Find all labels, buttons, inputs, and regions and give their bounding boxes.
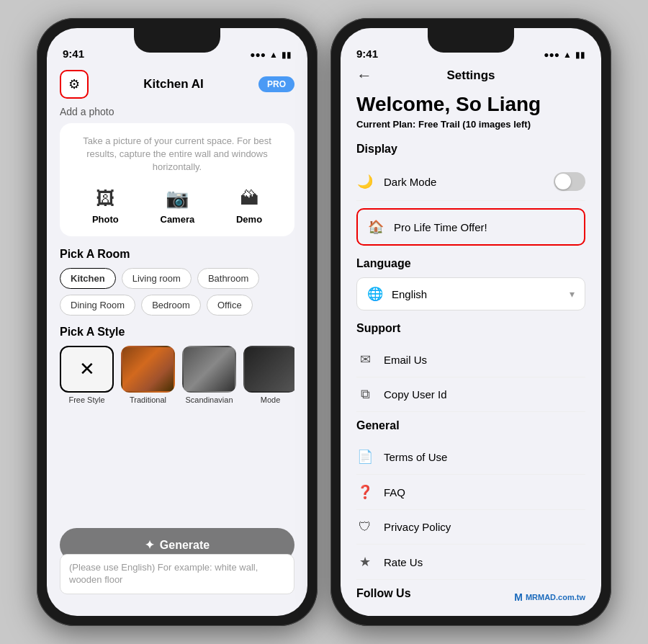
battery-icon: ▮▮ [282,50,292,60]
pick-room-section: Pick A Room Kitchen Living room Bathroom… [60,248,294,316]
left-phone: 9:41 ●●● ▲ ▮▮ ⚙ ➤ Kitchen AI PRO Add a p… [37,18,318,626]
copy-user-label: Copy User Id [384,388,585,401]
chevron-down-icon: ▾ [570,288,575,300]
pro-offer-wrapper: 🏠 Pro Life Time Offer! [356,208,585,246]
mode-thumb [243,346,294,393]
chip-bathroom[interactable]: Bathroom [197,268,259,289]
signal-icon: ●●● [250,50,266,60]
freestyle-icon: ✕ [79,358,95,380]
status-icons-right: ●●● ▲ ▮▮ [544,50,585,60]
copy-icon: ⧉ [356,387,374,402]
email-us-row[interactable]: ✉ Email Us [356,342,585,377]
home-icon: 🏠 [368,219,384,235]
chip-diningroom[interactable]: Dining Room [60,295,135,316]
photo-option[interactable]: 🖼 Photo [92,187,119,225]
status-icons: ●●● ▲ ▮▮ [250,50,292,60]
notch [134,28,220,53]
shield-icon: 🛡 [356,519,374,535]
camera-label: Camera [161,214,195,225]
status-time-right: 9:41 [356,48,378,60]
settings-content: ← Settings Welcome, So Liang Current Pla… [341,64,601,616]
wifi-icon: ▲ [269,50,278,60]
welcome-name: Welcome, So Liang [356,93,585,116]
terms-row[interactable]: 📄 Terms of Use [356,439,585,475]
bottom-input-area: (Please use English) For example: white … [60,554,294,594]
upload-options: 🖼 Photo 📷 Camera 🏔 Demo [71,187,283,225]
traditional-thumb [121,346,175,393]
style-scandinavian[interactable]: Scandinavian [182,346,236,404]
dark-mode-label: Dark Mode [384,176,544,188]
scandinavian-label: Scandinavian [185,395,233,404]
back-button[interactable]: ← [356,66,372,85]
scandinavian-thumb [182,346,236,393]
moon-icon: 🌙 [356,174,374,189]
chip-bedroom[interactable]: Bedroom [141,295,201,316]
display-section-title: Display [356,143,585,156]
style-traditional[interactable]: Traditional [121,346,175,404]
chip-livingroom[interactable]: Living room [122,268,192,289]
email-label: Email Us [384,354,585,366]
demo-option[interactable]: 🏔 Demo [236,187,262,225]
watermark: M MRMAD.com.tw [514,591,585,603]
generate-label: Generate [160,539,210,552]
style-freestyle[interactable]: ✕ Free Style [60,346,114,404]
demo-label: Demo [236,214,262,225]
photo-label: Photo [92,214,119,225]
photo-icon: 🖼 [96,187,114,210]
pick-style-section: Pick A Style ✕ Free Style Traditional [60,326,294,404]
style-row: ✕ Free Style Traditional Scandinavian [60,346,294,404]
freestyle-thumb: ✕ [60,346,114,393]
pro-badge[interactable]: PRO [258,76,294,92]
style-mode[interactable]: Mode [243,346,294,404]
upload-hint: Take a picture of your current space. Fo… [71,135,283,174]
battery-icon-right: ▮▮ [575,50,585,60]
star-icon: ★ [356,554,374,570]
camera-icon: 📷 [166,187,189,210]
freestyle-label: Free Style [68,395,104,404]
watermark-text: MRMAD.com.tw [526,593,585,601]
faq-label: FAQ [384,486,585,498]
chip-office[interactable]: Office [207,295,253,316]
general-section-title: General [356,419,585,432]
app-header: ⚙ ➤ Kitchen AI PRO [60,64,294,106]
room-chips-row2: Dining Room Bedroom Office [60,295,294,316]
pro-offer-row[interactable]: 🏠 Pro Life Time Offer! [356,208,585,246]
privacy-row[interactable]: 🛡 Privacy Policy [356,510,585,545]
chip-kitchen[interactable]: Kitchen [60,268,116,289]
dark-mode-row: 🌙 Dark Mode [356,163,585,201]
rate-label: Rate Us [384,556,585,568]
settings-button[interactable]: ⚙ ➤ [60,70,89,99]
rate-row[interactable]: ★ Rate Us [356,545,585,580]
settings-page-title: Settings [446,68,495,83]
dark-mode-toggle[interactable] [554,172,585,191]
privacy-label: Privacy Policy [384,521,585,533]
globe-icon: 🌐 [367,286,383,302]
status-time: 9:41 [63,48,84,60]
current-plan: Current Plan: Free Trail (10 images left… [356,119,585,130]
upload-area[interactable]: Take a picture of your current space. Fo… [60,123,294,236]
sparkle-icon: ✦ [145,538,154,552]
notch-right [428,28,514,53]
wifi-icon-right: ▲ [563,50,572,60]
email-icon: ✉ [356,352,374,367]
camera-option[interactable]: 📷 Camera [161,187,195,225]
gear-icon: ⚙ [68,76,80,92]
traditional-label: Traditional [130,395,166,404]
pro-offer-label: Pro Life Time Offer! [394,221,487,233]
mode-label: Mode [261,395,281,404]
signal-icon-right: ●●● [544,50,559,60]
copy-userid-row[interactable]: ⧉ Copy User Id [356,377,585,412]
faq-row[interactable]: ❓ FAQ [356,475,585,510]
language-dropdown[interactable]: 🌐 English ▾ [356,277,585,310]
pick-room-title: Pick A Room [60,248,294,261]
pick-style-title: Pick A Style [60,326,294,339]
document-icon: 📄 [356,449,374,465]
language-current: English [392,288,561,300]
question-icon: ❓ [356,484,374,500]
terms-label: Terms of Use [384,451,585,463]
add-photo-label: Add a photo [60,106,294,117]
back-header: ← Settings [356,64,585,93]
language-section-title: Language [356,257,585,270]
prompt-input[interactable]: (Please use English) For example: white … [60,554,294,594]
right-phone: 9:41 ●●● ▲ ▮▮ ← Settings Welcome, So Lia… [330,18,611,626]
